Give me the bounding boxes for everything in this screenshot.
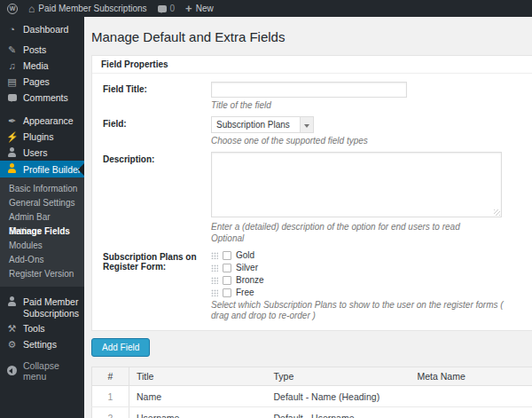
field-title-help: Title of the field [211, 100, 407, 111]
submenu-item-basic-information[interactable]: Basic Information [0, 182, 84, 196]
tools-icon: ⚒ [6, 324, 18, 334]
description-label: Description: [103, 152, 211, 244]
posts-icon: ✎ [6, 45, 18, 55]
plugins-icon: ⚡ [6, 132, 18, 142]
sidebar-item-label: Media [23, 60, 49, 71]
add-field-button[interactable]: Add Field [91, 338, 150, 357]
column-header-number: # [92, 367, 129, 386]
new-content-menu[interactable]: + New [185, 3, 214, 14]
plan-option-gold: Gold [211, 249, 521, 261]
sidebar-item-plugins[interactable]: ⚡ Plugins [0, 129, 84, 145]
collapse-icon [6, 366, 18, 377]
sidebar-item-label: Appearance [23, 115, 74, 126]
sidebar-item-posts[interactable]: ✎ Posts [0, 42, 84, 58]
menu-separator [0, 287, 84, 294]
field-properties-panel: Field Properties Field Title: Title of t… [91, 55, 532, 331]
field-type-label: Field: [103, 116, 211, 146]
field-type-selected-value: Subscription Plans [212, 120, 300, 130]
sidebar-item-profile-builder[interactable]: Profile Builder [0, 161, 84, 177]
field-title-label: Field Title: [103, 82, 211, 111]
menu-separator [0, 106, 84, 113]
submenu-item-manage-fields[interactable]: Manage Fields [0, 225, 84, 239]
column-header-title: Title [129, 367, 267, 386]
sidebar-item-paid-member-subscriptions[interactable]: Paid Member Subscriptions [0, 294, 84, 320]
field-type-select[interactable]: Subscription Plans [211, 116, 314, 133]
plan-checkbox-bronze[interactable] [223, 276, 231, 285]
sidebar-item-label: Users [23, 147, 47, 158]
comments-count: 0 [170, 4, 176, 13]
drag-handle-icon[interactable] [211, 264, 218, 272]
description-help-line1: Enter a (detailed) description of the op… [211, 222, 502, 233]
media-icon: ♫ [6, 61, 18, 71]
drag-handle-icon[interactable] [211, 277, 218, 284]
page-title: Manage Default and Extra Fields [91, 29, 532, 44]
sidebar-item-label: Plugins [23, 131, 53, 142]
drag-handle-icon[interactable] [211, 252, 218, 259]
wordpress-logo-menu[interactable]: W [7, 4, 18, 14]
plan-option-bronze: Bronze [211, 274, 521, 286]
row-type: Default - Username [267, 407, 411, 418]
row-meta-name [411, 386, 532, 407]
chevron-down-icon [300, 117, 313, 132]
sidebar-item-label: Paid Member Subscriptions [23, 296, 80, 319]
sidebar-item-appearance[interactable]: ✒ Appearance [0, 113, 84, 129]
sidebar-item-label: Profile Builder [23, 164, 81, 175]
users-icon [6, 147, 18, 159]
collapse-menu-button[interactable]: Collapse menu [0, 363, 84, 379]
sidebar-item-pages[interactable]: ▤ Pages [0, 74, 84, 90]
table-row[interactable]: 2 Username Default - Username [92, 407, 532, 418]
comments-admin-bar-link[interactable]: 0 [158, 4, 176, 13]
sidebar-item-label: Pages [23, 76, 50, 87]
collapse-menu-label: Collapse menu [23, 360, 84, 382]
subscription-plans-row: Subscription Plans on Register Form: Gol… [103, 249, 521, 321]
table-row[interactable]: 1 Name Default - Name (Heading) [92, 386, 532, 407]
comments-icon [6, 93, 18, 103]
submenu-item-general-settings[interactable]: General Settings [0, 196, 84, 210]
admin-sidebar: ◔ Dashboard ✎ Posts ♫ Media ▤ Pages Comm… [0, 17, 84, 418]
description-textarea[interactable] [211, 152, 502, 217]
drag-handle-icon[interactable] [211, 289, 218, 296]
plan-label: Gold [236, 250, 254, 260]
row-title: Username [129, 407, 267, 418]
sidebar-item-tools[interactable]: ⚒ Tools [0, 320, 84, 336]
dashboard-icon: ◔ [6, 25, 18, 35]
submenu-item-admin-bar-settings[interactable]: Admin Bar Settings [0, 210, 84, 225]
panel-title: Field Properties [92, 56, 532, 74]
site-name-link[interactable]: ⌂ Paid Member Subscriptions [28, 4, 147, 14]
submenu-item-modules[interactable]: Modules [0, 239, 84, 253]
members-icon [6, 296, 18, 308]
appearance-icon: ✒ [6, 116, 18, 126]
field-title-input[interactable] [211, 82, 407, 98]
submenu-item-register-version[interactable]: Register Version [0, 267, 84, 281]
field-type-help: Choose one of the supported field types [211, 136, 368, 146]
plan-label: Free [236, 288, 254, 297]
sidebar-item-users[interactable]: Users [0, 145, 84, 161]
sidebar-item-label: Comments [23, 92, 68, 103]
plan-checkbox-free[interactable] [223, 288, 231, 297]
field-title-row: Field Title: Title of the field [103, 82, 521, 111]
description-help-line2: Optional [211, 233, 502, 244]
sidebar-item-settings[interactable]: ⚙ Settings [0, 336, 84, 352]
pages-icon: ▤ [6, 77, 18, 87]
submenu-item-add-ons[interactable]: Add-Ons [0, 253, 84, 267]
home-icon: ⌂ [28, 4, 35, 14]
sidebar-item-label: Tools [23, 323, 45, 334]
row-type: Default - Name (Heading) [267, 386, 411, 407]
plus-icon: + [185, 3, 192, 14]
plan-checkbox-silver[interactable] [223, 264, 231, 272]
sidebar-item-dashboard[interactable]: ◔ Dashboard [0, 21, 84, 37]
sidebar-item-comments[interactable]: Comments [0, 90, 84, 106]
fields-table: # Title Type Meta Name 1 Name Default - … [91, 367, 532, 418]
site-name-label: Paid Member Subscriptions [38, 4, 146, 13]
plan-label: Bronze [236, 275, 264, 285]
row-title: Name [129, 386, 267, 407]
sidebar-item-media[interactable]: ♫ Media [0, 58, 84, 74]
wordpress-logo-icon: W [7, 4, 18, 14]
row-number: 1 [92, 386, 129, 407]
comments-bubble-icon [158, 5, 167, 12]
plan-checkbox-gold[interactable] [223, 251, 231, 260]
new-label: New [196, 4, 214, 13]
sidebar-item-label: Dashboard [23, 24, 68, 35]
plan-option-free: Free [211, 287, 521, 298]
plan-option-silver: Silver [211, 262, 521, 273]
